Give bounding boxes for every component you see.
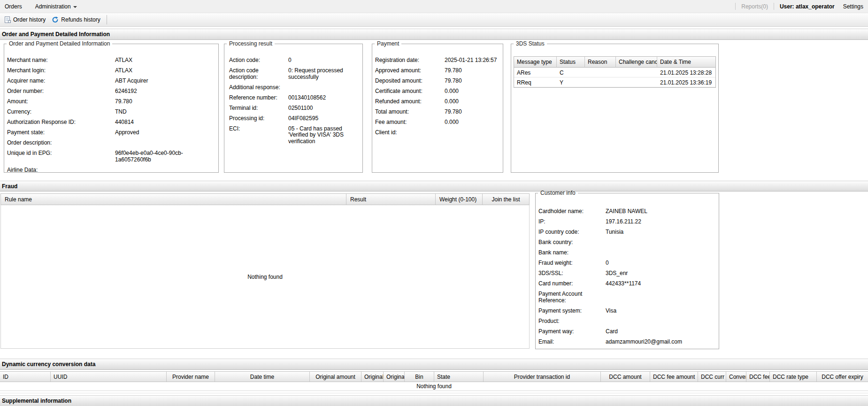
field-label: Certificate amount: — [375, 88, 445, 95]
field-row: IP: 197.16.211.22 — [538, 219, 716, 225]
column-header-reason: Reason — [585, 57, 616, 68]
processing-result-rows: Action code: 0 Action code description: … — [224, 47, 362, 145]
table-row[interactable]: ARes C 21.01.2025 13:28:28 — [514, 68, 715, 77]
field-value: 0.000 — [445, 88, 500, 95]
cell-reason — [585, 77, 616, 87]
current-user-label: User: atlax_operator — [780, 3, 835, 10]
field-row: Authorization Response ID: 440814 — [7, 119, 215, 126]
divider — [107, 15, 107, 24]
field-label: Product: — [538, 318, 606, 325]
field-row: Refunded amount: 0.000 — [375, 99, 500, 105]
menu-reports[interactable]: Reports(0) — [741, 3, 768, 10]
menu-settings[interactable]: Settings — [843, 3, 863, 10]
section-header-fraud: Fraud — [0, 181, 868, 192]
field-value: Tunisia — [606, 229, 716, 236]
order-info-panel: Order and Payment Detailed Information M… — [4, 40, 219, 173]
field-row: Bank name: — [538, 250, 716, 256]
field-row: Additional response: — [229, 84, 360, 91]
field-row: Merchant login: ATLAX — [7, 68, 215, 74]
field-value: 442433**1174 — [606, 281, 716, 287]
dcc-table-body: Nothing found — [0, 382, 868, 391]
field-label: Deposited amount: — [375, 78, 445, 84]
field-row: Merchant name: ATLAX — [7, 57, 215, 64]
column-header-rule-name: Rule name — [1, 194, 346, 205]
field-row: Acquirer name: ABT Acquirer — [7, 78, 215, 84]
cell-message-type: ARes — [514, 68, 557, 77]
field-value: 02501100 — [288, 105, 360, 112]
field-row: Processing id: 04IF082595 — [229, 115, 360, 122]
field-value: 79.780 — [115, 99, 215, 105]
cell-reason — [585, 68, 616, 77]
field-label: Acquirer name: — [7, 78, 115, 84]
section-header-dcc-label: Dynamic currency conversion data — [2, 361, 95, 368]
empty-state-text: Nothing found — [416, 383, 452, 390]
divider — [0, 391, 868, 393]
menu-administration[interactable]: Administration — [35, 3, 77, 10]
field-label: Terminal id: — [229, 105, 288, 112]
field-label: 3DS/SSL: — [538, 270, 606, 277]
field-label: Fee amount: — [375, 119, 445, 126]
column-header-provider-transaction-id: Provider transaction id — [484, 372, 601, 382]
toolbar: Order history Refunds history — [0, 13, 868, 27]
divider — [774, 3, 774, 10]
field-label: Cardholder name: — [538, 208, 606, 215]
order-history-label: Order history — [13, 16, 46, 23]
fraud-table: Rule name Result Weight (0-100) Join the… — [0, 193, 530, 349]
column-header-status: Status — [557, 57, 585, 68]
payment-rows: Registration date: 2025-01-21 13:26:57 A… — [372, 47, 503, 136]
table-row[interactable]: RReq Y 21.01.2025 13:36:19 — [514, 77, 715, 87]
order-history-button[interactable]: Order history — [2, 15, 50, 24]
column-header-original-amount: Original amount — [310, 372, 361, 382]
fraud-table-body: Nothing found — [0, 205, 530, 349]
refunds-history-button[interactable]: Refunds history — [50, 15, 104, 24]
column-header-dcc-rate-type: DCC rate type — [770, 372, 817, 382]
field-label: Payment Account Reference: — [538, 291, 606, 304]
field-value: 440814 — [115, 119, 215, 126]
field-label: Payment state: — [7, 130, 115, 136]
cell-status: Y — [557, 77, 585, 87]
field-label: IP country code: — [538, 229, 606, 236]
column-header-date-time: Date time — [215, 372, 310, 382]
menu-orders[interactable]: Orders — [5, 3, 22, 10]
field-label: Bank country: — [538, 239, 606, 246]
dcc-table-header: ID UUID Provider name Date time Original… — [0, 371, 868, 382]
column-header-uuid: UUID — [51, 372, 167, 382]
field-label: Airline Data: — [7, 167, 115, 174]
field-row: Amount: 79.780 — [7, 99, 215, 105]
dcc-table: ID UUID Provider name Date time Original… — [0, 371, 868, 393]
fraud-table-header: Rule name Result Weight (0-100) Join the… — [0, 193, 530, 205]
column-header-state: State — [434, 372, 484, 382]
field-label: Total amount: — [375, 109, 445, 115]
field-value: 96f0e4eb-e0a0-4ce0-90cb-1a6057260f6b — [115, 150, 215, 163]
field-value: Visa — [606, 308, 716, 314]
field-row: Action code: 0 — [229, 57, 360, 64]
menu-administration-label: Administration — [35, 3, 71, 10]
field-row: Action code description: 0: Request proc… — [229, 68, 360, 80]
field-row: 3DS/SSL: 3DS_enr — [538, 270, 716, 277]
field-row: Payment Account Reference: — [538, 291, 716, 304]
field-row: Certificate amount: 0.000 — [375, 88, 500, 95]
field-row: Airline Data: — [7, 167, 215, 174]
menu-bar-right: Reports(0) User: atlax_operator Settings — [730, 3, 863, 10]
three-ds-table-body: ARes C 21.01.2025 13:28:28 RReq Y 21.01.… — [514, 68, 715, 87]
column-header-provider-name: Provider name — [167, 372, 215, 382]
field-label: Action code: — [229, 57, 288, 64]
field-value: 3DS_enr — [606, 270, 716, 277]
field-value: Approved — [115, 130, 215, 136]
payment-legend: Payment — [375, 40, 401, 47]
menu-bar: Orders Administration Reports(0) User: a… — [0, 0, 868, 13]
field-row: IP country code: Tunisia — [538, 229, 716, 236]
field-value: 6246192 — [115, 88, 215, 95]
column-header-join-the-list: Join the list — [483, 194, 529, 205]
field-label: Fraud weight: — [538, 260, 606, 267]
field-row: Order description: — [7, 140, 215, 146]
divider — [735, 3, 736, 10]
field-value: ZAINEB NAWEL — [606, 208, 716, 215]
field-row: Total amount: 79.780 — [375, 109, 500, 115]
field-row: Payment system: Visa — [538, 308, 716, 314]
field-label: IP: — [538, 219, 606, 225]
customer-info-rows: Cardholder name: ZAINEB NAWEL IP: 197.16… — [536, 196, 719, 345]
field-value: adamzammouri20@gmail.com — [606, 339, 716, 345]
refunds-history-label: Refunds history — [61, 16, 100, 23]
refresh-icon — [52, 16, 59, 23]
